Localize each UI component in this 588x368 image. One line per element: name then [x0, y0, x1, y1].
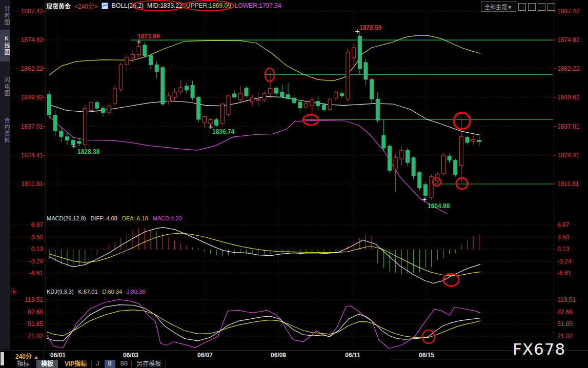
date-tick-06-09: 06/09 — [271, 352, 286, 359]
kdj-j-line — [47, 300, 480, 349]
kdj-axis-label-left: 82.68 — [28, 309, 43, 316]
candle-body — [441, 155, 445, 173]
alert-sun-icon-ray — [11, 289, 12, 290]
kdj-params-label: KDJ(9,3,3) — [47, 289, 74, 295]
price-point-label: 1804.98 — [428, 202, 450, 210]
candle-body — [304, 104, 308, 107]
price-axis-label-right: 1874.82 — [557, 36, 580, 44]
period-label[interactable]: <240分> — [74, 2, 98, 10]
candle-body — [400, 150, 403, 159]
candle-body — [167, 96, 171, 101]
boll-upper-band — [49, 35, 480, 81]
candle-body — [358, 36, 361, 69]
price-axis-label-right: 1887.42 — [557, 8, 580, 15]
kdj-axis-label-left: 51.85 — [28, 320, 43, 328]
price-axis-label-right: 1849.62 — [557, 94, 580, 101]
price-axis-label-right: 1862.22 — [557, 65, 580, 72]
price-axis-label-left: 1824.41 — [21, 152, 44, 159]
kdj-k-value: K:67.01 — [78, 289, 98, 295]
candle-body — [101, 108, 105, 113]
sidebar-item-2[interactable]: K线图 — [0, 30, 10, 62]
price-axis-label-right: 1811.81 — [557, 180, 579, 188]
candle-body — [280, 92, 284, 97]
price-axis-label-right: 1837.01 — [557, 123, 580, 130]
price-axis-label-left: 1849.62 — [21, 94, 44, 101]
macd-axis-label-left: 6.87 — [31, 221, 44, 229]
alert-sun-icon-ray — [15, 289, 16, 290]
candle-body — [364, 63, 368, 79]
macd-diff-value: DIFF:-4.08 — [90, 215, 117, 222]
candle-body — [53, 115, 57, 131]
boll-chart-icon — [102, 3, 108, 9]
candle-body — [382, 136, 386, 149]
macd-axis-label-right: 0.13 — [557, 246, 570, 253]
date-tick-06-07: 06/07 — [197, 352, 213, 359]
annotation-circle — [443, 274, 459, 286]
candle-body — [191, 85, 194, 98]
price-point-label: 1873.99 — [137, 33, 160, 40]
candle-body — [77, 141, 81, 144]
macd-axis-label-right: -6.61 — [557, 270, 572, 277]
vertical-scrollbar-thumb[interactable] — [1, 352, 4, 365]
toolbar-item-4[interactable]: VIP指标 — [60, 360, 91, 368]
fit-left-axis-icon[interactable] — [528, 3, 536, 11]
price-axis-label-left: 1862.22 — [21, 65, 44, 72]
pan-icon[interactable] — [518, 3, 526, 11]
candle-body — [298, 102, 302, 108]
bottom-toolbar: 指标模板VIP指标JBBB另存模板 — [0, 359, 588, 368]
chart-canvas[interactable]: 1887.421887.421874.821874.821862.221862.… — [0, 0, 588, 368]
candle-body — [215, 119, 218, 125]
boll-params-label: BOLL(26,2) — [112, 2, 144, 9]
candle-body — [227, 96, 230, 114]
candle-body — [65, 137, 69, 140]
kdj-panel — [47, 300, 480, 349]
candle-body — [95, 103, 99, 108]
candle-body — [245, 88, 248, 96]
fit-bottom-axis-icon[interactable] — [538, 3, 545, 11]
candle-body — [143, 45, 147, 56]
candle-body — [59, 131, 63, 137]
macd-axis-label-right: 3.50 — [557, 234, 570, 241]
candle-body — [113, 89, 117, 104]
annotation-circle — [422, 330, 435, 343]
price-axis-label-left: 1887.42 — [21, 8, 44, 15]
theme-dropdown-button[interactable]: 全部主题▼ — [481, 2, 516, 12]
macd-axis-label-left: -6.61 — [29, 270, 44, 277]
candle-body — [477, 140, 481, 141]
candle-body — [322, 105, 326, 110]
candle-body — [256, 99, 260, 100]
candle-body — [340, 93, 343, 96]
boll-upper-value: UPPER:1869.09 — [186, 2, 231, 9]
toolbar-item-3[interactable]: 模板 — [36, 360, 58, 368]
candle-body — [412, 158, 415, 176]
toolbar-item-6[interactable]: J — [92, 360, 103, 368]
candle-body — [197, 97, 200, 119]
candle-body — [161, 68, 165, 104]
toolbar-item-8[interactable]: BB — [117, 360, 131, 368]
candle-body — [394, 158, 397, 169]
toolbar-item-1[interactable]: 指标 — [12, 360, 34, 368]
macd-axis-label-right: 6.87 — [557, 221, 570, 229]
candle-body — [418, 173, 421, 188]
candle-body — [316, 101, 320, 106]
sidebar-item-3[interactable]: 闪电图 — [0, 72, 10, 101]
macd-dea-value: DEA:-6.18 — [122, 215, 148, 222]
candle-body — [370, 79, 374, 99]
trading-app-window: 分时图K线图闪电图合约资料 现货黄金 <240分> BOLL(26,2) MID… — [0, 0, 588, 368]
left-sidebar: 分时图K线图闪电图合约资料 — [0, 0, 10, 350]
candle-body — [220, 104, 224, 124]
candle-body — [274, 88, 278, 93]
sidebar-item-4[interactable]: 合约资料 — [0, 108, 10, 154]
toolbar-item-7[interactable]: B — [105, 360, 115, 368]
macd-header: MACD(26,12,9) DIFF:-4.08 DEA:-6.18 MACD:… — [47, 215, 182, 222]
annotation-circle — [433, 178, 441, 186]
symbol-title: 现货黄金 — [46, 2, 71, 10]
toolbar-item-10[interactable]: 另存模板 — [132, 360, 166, 368]
sidebar-item-1[interactable]: 分时图 — [0, 2, 10, 29]
candle-body — [173, 92, 176, 97]
kdj-j-value: J:80.36 — [127, 289, 145, 295]
candle-body — [328, 99, 332, 109]
candle-body — [149, 56, 153, 65]
kdj-axis-label-left: 113.51 — [25, 296, 43, 303]
fit-right-axis-icon[interactable] — [548, 3, 555, 11]
